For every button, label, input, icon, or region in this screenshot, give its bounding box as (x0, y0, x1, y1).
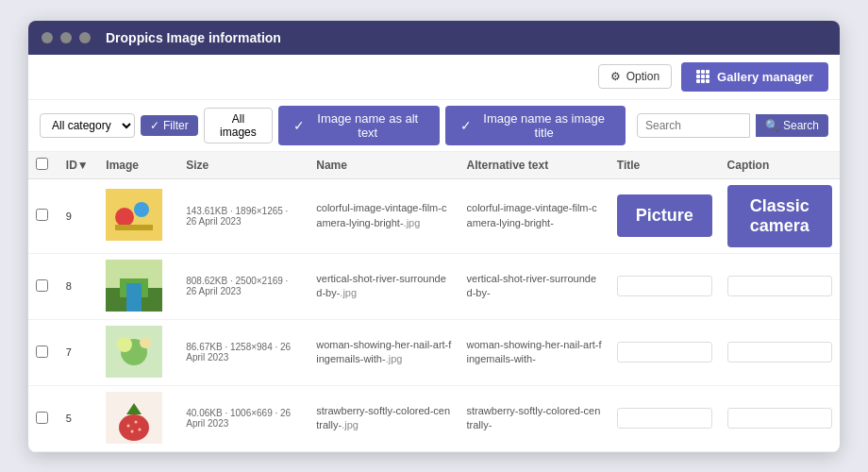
cell-image (98, 178, 178, 253)
dot-2 (60, 32, 72, 43)
row-checkbox-3[interactable] (36, 412, 48, 424)
checkmark-title-icon: ✓ (460, 118, 472, 133)
filter-button[interactable]: ✓ Filter (141, 115, 198, 136)
svg-point-2 (134, 202, 149, 217)
image-title-label: Image name as image title (477, 111, 610, 140)
title-bar: Droppics Image information (28, 21, 840, 55)
category-select[interactable]: All category (40, 113, 135, 138)
all-images-label: All images (220, 112, 257, 139)
svg-point-15 (127, 424, 130, 427)
window-title: Droppics Image information (106, 30, 281, 45)
cell-name: colorful-image-vintage-film-camera-lying… (309, 178, 459, 253)
svg-point-10 (117, 337, 132, 352)
cell-caption[interactable] (720, 319, 840, 385)
alt-text-toggle[interactable]: ✓ Image name as alt text (278, 106, 440, 145)
gear-icon: ⚙ (610, 70, 621, 83)
cell-name: vertical-shot-river-surrounded-by-.jpg (309, 253, 459, 319)
cell-alt-text: vertical-shot-river-surrounded-by- (459, 253, 609, 319)
svg-point-16 (135, 420, 138, 423)
table-row: 8808.62KB · 2500×2169 · 26 April 2023ver… (28, 253, 840, 319)
dot-1 (42, 32, 53, 43)
cell-name: woman-showing-her-nail-art-fingemails-wi… (309, 319, 459, 385)
all-images-button[interactable]: All images (204, 108, 274, 143)
svg-rect-3 (115, 225, 153, 230)
image-title-toggle[interactable]: ✓ Image name as image title (445, 106, 626, 145)
cell-caption[interactable] (720, 385, 840, 451)
filter-bar: All category ✓ Filter All images ✓ Image… (28, 100, 840, 152)
cell-image (98, 385, 178, 451)
title-input-wrap (617, 408, 712, 429)
search-button[interactable]: 🔍 Search (756, 114, 828, 137)
row-checkbox-0[interactable] (36, 209, 48, 221)
svg-point-11 (140, 337, 151, 348)
title-input-wrap (617, 276, 712, 296)
svg-point-17 (131, 430, 134, 432)
cell-title: Picture (609, 178, 720, 253)
header-alt-text: Alternative text (459, 152, 609, 179)
option-label: Option (626, 70, 659, 83)
title-input-wrap (617, 342, 712, 362)
filter-label: Filter (163, 119, 189, 132)
dot-3 (79, 32, 91, 43)
title-input[interactable] (617, 342, 712, 362)
title-display: Picture (617, 194, 712, 237)
header-image: Image (98, 152, 178, 179)
svg-point-13 (119, 414, 149, 441)
cell-alt-text: colorful-image-vintage-film-camera-lying… (459, 178, 609, 253)
svg-point-18 (139, 428, 142, 430)
caption-input-wrap (727, 276, 832, 296)
checkmark-alt-icon: ✓ (293, 118, 305, 133)
caption-input-wrap (727, 408, 832, 429)
cell-title[interactable] (609, 253, 720, 319)
select-all-checkbox[interactable] (36, 158, 48, 170)
table-row: 540.06KB · 1006×669 · 26 April 2023straw… (28, 385, 840, 451)
cell-title[interactable] (609, 319, 720, 385)
table-row: 786.67KB · 1258×984 · 26 April 2023woman… (28, 319, 840, 385)
table-header-row: ID▼ Image Size Name Alternative text Tit… (28, 152, 840, 179)
top-toolbar: ⚙ Option Gallery manager (28, 55, 840, 100)
cell-caption[interactable] (720, 253, 840, 319)
cell-name: strawberry-softly-colored-centrally-.jpg (309, 385, 459, 451)
gallery-manager-label: Gallery manager (717, 70, 813, 84)
table-row: 9143.61KB · 1896×1265 · 26 April 2023col… (28, 178, 840, 253)
checkmark-icon: ✓ (150, 119, 159, 132)
alt-text-label: Image name as alt text (310, 111, 425, 140)
cell-alt-text: strawberry-softly-colored-centrally- (459, 385, 609, 451)
header-id[interactable]: ID▼ (58, 152, 98, 179)
row-checkbox-1[interactable] (36, 279, 48, 292)
cell-image (98, 319, 178, 385)
main-window: Droppics Image information ⚙ Option Gall… (28, 21, 840, 452)
header-title: Title (609, 152, 720, 179)
cell-id: 5 (58, 385, 98, 451)
cell-size: 86.67KB · 1258×984 · 26 April 2023 (178, 319, 309, 385)
search-input[interactable] (637, 113, 750, 138)
cell-caption: Classic camera (720, 178, 840, 253)
cell-alt-text: woman-showing-her-nail-art-fingemails-wi… (459, 319, 609, 385)
image-table-container: ID▼ Image Size Name Alternative text Tit… (28, 152, 840, 452)
header-checkbox (28, 152, 58, 179)
image-table: ID▼ Image Size Name Alternative text Tit… (28, 152, 840, 452)
cell-size: 40.06KB · 1006×669 · 26 April 2023 (178, 385, 309, 451)
row-checkbox-2[interactable] (36, 346, 48, 358)
cell-image (98, 253, 178, 319)
title-input[interactable] (617, 276, 712, 296)
header-caption: Caption (720, 152, 840, 179)
option-button[interactable]: ⚙ Option (598, 64, 672, 89)
search-icon: 🔍 (765, 119, 779, 132)
cell-id: 7 (58, 319, 98, 385)
caption-input-wrap (727, 342, 832, 362)
caption-input[interactable] (727, 276, 832, 296)
svg-rect-7 (126, 283, 142, 312)
caption-input[interactable] (727, 408, 832, 429)
caption-display: Classic camera (727, 185, 832, 247)
cell-id: 9 (58, 178, 98, 253)
title-input[interactable] (617, 408, 712, 429)
gallery-manager-button[interactable]: Gallery manager (681, 62, 828, 92)
cell-size: 143.61KB · 1896×1265 · 26 April 2023 (178, 178, 309, 253)
cell-title[interactable] (609, 385, 720, 451)
search-label: Search (783, 119, 819, 132)
caption-input[interactable] (727, 342, 832, 362)
header-name: Name (309, 152, 459, 179)
svg-point-1 (115, 208, 134, 227)
header-size: Size (178, 152, 309, 179)
